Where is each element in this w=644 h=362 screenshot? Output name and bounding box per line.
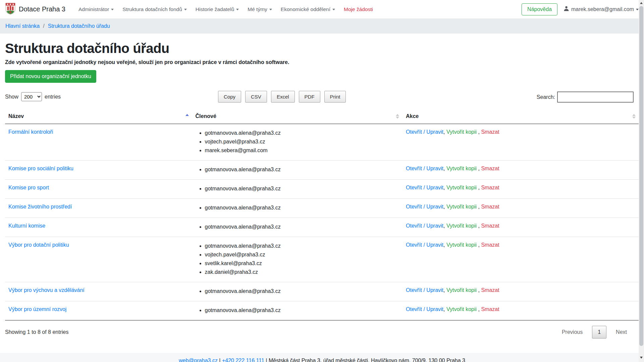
cell-name: Komise životního prostředí: [5, 199, 192, 218]
open-edit-link[interactable]: Otevřít / Upravit: [406, 287, 443, 293]
user-icon: [564, 6, 569, 13]
open-edit-link[interactable]: Otevřít / Upravit: [406, 306, 443, 312]
cell-members: gotmanovova.alena@praha3.czvojtech.pavel…: [192, 237, 402, 282]
members-list: gotmanovova.alena@praha3.cz: [196, 223, 399, 231]
page-title: Struktura dotačního úřadu: [5, 41, 639, 56]
brand-home-link[interactable]: Dotace Praha 3: [5, 3, 65, 16]
org-unit-link[interactable]: Výbor pro dotační politiku: [8, 242, 69, 248]
member-email: zak.daniel@praha3.cz: [205, 268, 399, 276]
nav-item-3[interactable]: Mé týmy: [243, 4, 276, 15]
create-copy-link[interactable]: Vytvořit kopii: [446, 223, 477, 229]
export-button-print[interactable]: Print: [324, 91, 346, 103]
scrollbar-thumb[interactable]: [639, 6, 643, 346]
sort-both-icon: [396, 114, 399, 119]
scrollbar-down-arrow-icon[interactable]: [640, 357, 643, 359]
cell-members: gotmanovova.alena@praha3.cz: [192, 161, 402, 180]
sort-asc-icon: [185, 114, 189, 119]
nav-item-5[interactable]: Moje žádosti: [339, 4, 377, 15]
cell-actions: Otevřít / Upravit, Vytvořit kopii , Smaz…: [402, 218, 639, 237]
delete-link[interactable]: Smazat: [481, 129, 499, 135]
breadcrumb: Hlavní stránka / Struktura dotačního úřa…: [0, 19, 644, 34]
help-button[interactable]: Nápověda: [522, 3, 557, 15]
delete-link[interactable]: Smazat: [481, 204, 499, 209]
pagination-previous-button[interactable]: Previous: [558, 326, 587, 338]
footer-separator: |: [219, 358, 220, 362]
table-row: Výbor pro územní rozvoj gotmanovova.alen…: [5, 301, 639, 320]
cell-members: gotmanovova.alena@praha3.cz: [192, 180, 402, 199]
cell-actions: Otevřít / Upravit, Vytvořit kopii , Smaz…: [402, 301, 639, 320]
open-edit-link[interactable]: Otevřít / Upravit: [406, 204, 443, 209]
breadcrumb-current-link[interactable]: Struktura dotačního úřadu: [48, 23, 110, 29]
column-header-clenove[interactable]: Členové: [192, 109, 402, 124]
create-copy-link[interactable]: Vytvořit kopii: [446, 242, 477, 248]
create-copy-link[interactable]: Vytvořit kopii: [446, 129, 477, 135]
nav-item-1[interactable]: Struktura dotačních fondů: [118, 4, 191, 15]
pagination-next-button[interactable]: Next: [612, 326, 631, 338]
scrollbar-up-arrow-icon[interactable]: [640, 2, 643, 4]
cell-members: gotmanovova.alena@praha3.cz: [192, 218, 402, 237]
table-row: Výbor pro výchovu a vzdělávání gotmanovo…: [5, 282, 639, 301]
table-row: Formální kontroloři gotmanovova.alena@pr…: [5, 124, 639, 161]
breadcrumb-home-link[interactable]: Hlavní stránka: [5, 23, 40, 29]
open-edit-link[interactable]: Otevřít / Upravit: [406, 223, 443, 229]
cell-actions: Otevřít / Upravit, Vytvořit kopii , Smaz…: [402, 124, 639, 161]
page-length-select[interactable]: 200: [21, 92, 42, 101]
open-edit-link[interactable]: Otevřít / Upravit: [406, 242, 443, 248]
sort-both-icon: [632, 114, 636, 119]
open-edit-link[interactable]: Otevřít / Upravit: [406, 129, 443, 135]
org-units-table: Název Členové Akce Formální kontroloři: [5, 109, 639, 320]
search-input[interactable]: [557, 92, 634, 103]
org-unit-link[interactable]: Výbor pro územní rozvoj: [8, 306, 66, 312]
pagination-page-1-button[interactable]: 1: [592, 326, 606, 339]
table-controls: Show 200 entries Copy CSV Excel PDF Prin…: [5, 91, 639, 104]
create-copy-link[interactable]: Vytvořit kopii: [446, 306, 477, 312]
create-copy-link[interactable]: Vytvořit kopii: [446, 204, 477, 209]
create-copy-link[interactable]: Vytvořit kopii: [446, 166, 477, 171]
main-content: Struktura dotačního úřadu Zde vytvořené …: [0, 41, 644, 339]
org-unit-link[interactable]: Komise pro sociální politiku: [8, 166, 73, 171]
delete-link[interactable]: Smazat: [481, 306, 499, 312]
brand-title: Dotace Praha 3: [19, 5, 65, 13]
org-unit-link[interactable]: Komise životního prostředí: [8, 204, 72, 209]
add-org-unit-button[interactable]: Přidat novou organizační jednotku: [5, 70, 96, 83]
member-email: gotmanovova.alena@praha3.cz: [205, 204, 399, 212]
cell-name: Komise pro sport: [5, 180, 192, 199]
delete-link[interactable]: Smazat: [481, 287, 499, 293]
chevron-down-icon: [269, 9, 272, 10]
member-email: svetlik.karel@praha3.cz: [205, 259, 399, 267]
export-button-excel[interactable]: Excel: [271, 91, 295, 103]
org-unit-link[interactable]: Formální kontroloři: [8, 129, 53, 135]
delete-link[interactable]: Smazat: [481, 185, 499, 190]
export-button-pdf[interactable]: PDF: [299, 91, 320, 103]
vertical-scrollbar[interactable]: [639, 0, 644, 362]
create-copy-link[interactable]: Vytvořit kopii: [446, 287, 477, 293]
user-menu[interactable]: marek.sebera@gmail.com: [564, 6, 639, 13]
cell-name: Výbor pro územní rozvoj: [5, 301, 192, 320]
create-copy-link[interactable]: Vytvořit kopii: [446, 185, 477, 190]
delete-link[interactable]: Smazat: [481, 242, 499, 248]
praha3-coat-of-arms-icon: [5, 3, 15, 16]
nav-item-4[interactable]: Ekonomické oddělení: [276, 4, 339, 15]
chevron-down-icon: [111, 9, 114, 10]
delete-link[interactable]: Smazat: [481, 166, 499, 171]
org-unit-link[interactable]: Komise pro sport: [8, 185, 49, 190]
column-header-nazev[interactable]: Název: [5, 109, 192, 124]
app-window: Dotace Praha 3 Administrátor Struktura d…: [0, 0, 644, 362]
table-row: Komise pro sociální politiku gotmanovova…: [5, 161, 639, 180]
page-subtitle: Zde vytvořené organizační jednotky nejso…: [5, 59, 639, 65]
pagination: Previous 1 Next: [558, 326, 631, 339]
open-edit-link[interactable]: Otevřít / Upravit: [406, 166, 443, 171]
nav-item-0[interactable]: Administrátor: [74, 4, 118, 15]
org-unit-link[interactable]: Kulturní komise: [8, 223, 45, 229]
site-footer: web@praha3.cz | +420 222 116 111 | Městs…: [0, 353, 644, 362]
export-button-csv[interactable]: CSV: [245, 91, 267, 103]
table-row: Kulturní komise gotmanovova.alena@praha3…: [5, 218, 639, 237]
footer-phone-link[interactable]: +420 222 116 111: [222, 358, 264, 362]
delete-link[interactable]: Smazat: [481, 223, 499, 229]
export-button-copy[interactable]: Copy: [218, 91, 241, 103]
open-edit-link[interactable]: Otevřít / Upravit: [406, 185, 443, 190]
column-header-akce[interactable]: Akce: [402, 109, 639, 124]
nav-item-2[interactable]: Historie žadatelů: [191, 4, 243, 15]
org-unit-link[interactable]: Výbor pro výchovu a vzdělávání: [8, 287, 85, 293]
footer-email-link[interactable]: web@praha3.cz: [179, 358, 218, 362]
